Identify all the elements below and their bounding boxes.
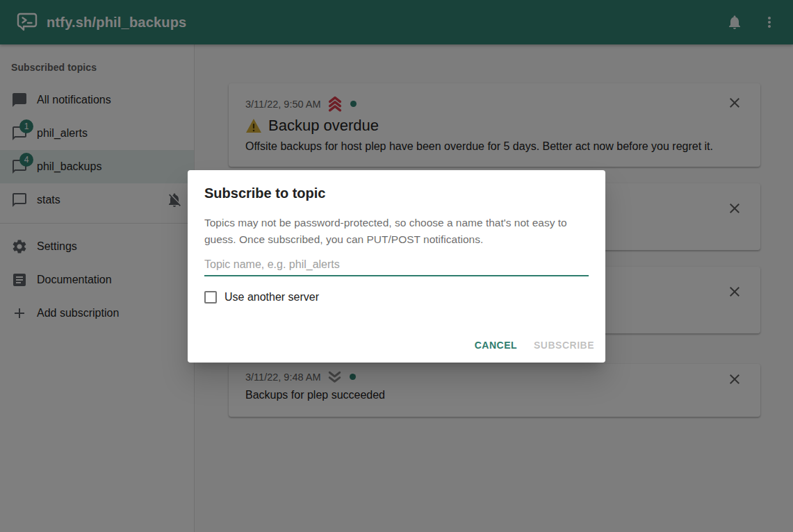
checkbox-label: Use another server — [224, 291, 319, 304]
dialog-description: Topics may not be password-protected, so… — [188, 201, 605, 248]
topic-name-input[interactable] — [204, 256, 589, 275]
checkbox-unchecked-icon[interactable] — [204, 291, 217, 304]
cancel-button[interactable]: CANCEL — [469, 333, 523, 357]
dialog-title: Subscribe to topic — [188, 170, 605, 201]
topic-name-field-underline — [204, 256, 589, 276]
subscribe-dialog: Subscribe to topic Topics may not be pas… — [188, 170, 605, 363]
use-another-server-checkbox-row[interactable]: Use another server — [204, 291, 589, 304]
subscribe-button[interactable]: SUBSCRIBE — [528, 333, 600, 357]
